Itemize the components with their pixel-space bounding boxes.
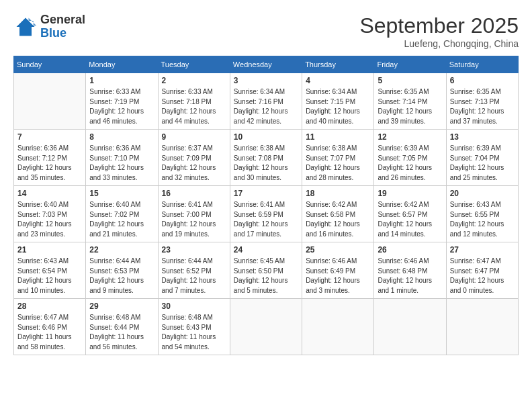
day-number: 13 xyxy=(450,132,515,142)
calendar-cell: 26Sunrise: 6:46 AM Sunset: 6:48 PM Dayli… xyxy=(374,242,446,299)
calendar-cell xyxy=(374,299,446,355)
day-number: 28 xyxy=(17,302,82,311)
calendar-cell: 28Sunrise: 6:47 AM Sunset: 6:46 PM Dayli… xyxy=(14,299,86,355)
weekday-header-saturday: Saturday xyxy=(446,56,518,73)
weekday-header-thursday: Thursday xyxy=(302,56,374,73)
day-number: 1 xyxy=(89,76,154,85)
day-info: Sunrise: 6:43 AM Sunset: 6:55 PM Dayligh… xyxy=(450,200,515,239)
day-info: Sunrise: 6:38 AM Sunset: 7:08 PM Dayligh… xyxy=(234,144,298,183)
weekday-header-tuesday: Tuesday xyxy=(158,56,230,73)
location: Luefeng, Chongqing, China xyxy=(359,38,519,49)
day-number: 16 xyxy=(162,189,226,198)
svg-marker-0 xyxy=(17,17,35,36)
calendar-header: SundayMondayTuesdayWednesdayThursdayFrid… xyxy=(14,56,519,73)
calendar-week-1: 1Sunrise: 6:33 AM Sunset: 7:19 PM Daylig… xyxy=(14,73,519,130)
day-number: 26 xyxy=(378,245,442,255)
day-info: Sunrise: 6:44 AM Sunset: 6:52 PM Dayligh… xyxy=(162,257,226,295)
day-number: 24 xyxy=(234,245,298,255)
day-number: 19 xyxy=(378,189,442,198)
day-number: 6 xyxy=(450,76,515,85)
calendar-table: SundayMondayTuesdayWednesdayThursdayFrid… xyxy=(13,56,519,355)
logo: General Blue xyxy=(13,13,85,40)
calendar-cell: 25Sunrise: 6:46 AM Sunset: 6:49 PM Dayli… xyxy=(302,242,374,299)
calendar-cell: 22Sunrise: 6:44 AM Sunset: 6:53 PM Dayli… xyxy=(86,242,158,299)
calendar-cell: 8Sunrise: 6:36 AM Sunset: 7:10 PM Daylig… xyxy=(86,130,158,186)
calendar-cell: 9Sunrise: 6:37 AM Sunset: 7:09 PM Daylig… xyxy=(158,130,230,186)
day-info: Sunrise: 6:48 AM Sunset: 6:44 PM Dayligh… xyxy=(89,313,154,352)
day-number: 2 xyxy=(162,76,226,85)
weekday-header-monday: Monday xyxy=(86,56,158,73)
weekday-header-friday: Friday xyxy=(374,56,446,73)
day-info: Sunrise: 6:36 AM Sunset: 7:10 PM Dayligh… xyxy=(89,144,154,183)
calendar-cell: 17Sunrise: 6:41 AM Sunset: 6:59 PM Dayli… xyxy=(230,186,302,242)
day-info: Sunrise: 6:40 AM Sunset: 7:03 PM Dayligh… xyxy=(17,200,82,239)
calendar-cell: 3Sunrise: 6:34 AM Sunset: 7:16 PM Daylig… xyxy=(230,73,302,130)
calendar-week-3: 14Sunrise: 6:40 AM Sunset: 7:03 PM Dayli… xyxy=(14,186,519,242)
day-info: Sunrise: 6:39 AM Sunset: 7:04 PM Dayligh… xyxy=(450,144,515,183)
logo-text: General Blue xyxy=(40,13,85,40)
day-number: 4 xyxy=(306,76,370,85)
weekday-header-wednesday: Wednesday xyxy=(230,56,302,73)
day-number: 11 xyxy=(306,132,370,142)
day-number: 8 xyxy=(89,132,154,142)
calendar-cell: 11Sunrise: 6:38 AM Sunset: 7:07 PM Dayli… xyxy=(302,130,374,186)
calendar-cell: 19Sunrise: 6:42 AM Sunset: 6:57 PM Dayli… xyxy=(374,186,446,242)
day-info: Sunrise: 6:46 AM Sunset: 6:49 PM Dayligh… xyxy=(306,257,370,295)
day-info: Sunrise: 6:47 AM Sunset: 6:46 PM Dayligh… xyxy=(17,313,82,352)
weekday-header-sunday: Sunday xyxy=(14,56,86,73)
calendar-cell: 21Sunrise: 6:43 AM Sunset: 6:54 PM Dayli… xyxy=(14,242,86,299)
day-info: Sunrise: 6:36 AM Sunset: 7:12 PM Dayligh… xyxy=(17,144,82,183)
calendar-week-5: 28Sunrise: 6:47 AM Sunset: 6:46 PM Dayli… xyxy=(14,299,519,355)
calendar-cell: 16Sunrise: 6:41 AM Sunset: 7:00 PM Dayli… xyxy=(158,186,230,242)
calendar-cell: 18Sunrise: 6:42 AM Sunset: 6:58 PM Dayli… xyxy=(302,186,374,242)
day-info: Sunrise: 6:41 AM Sunset: 6:59 PM Dayligh… xyxy=(234,200,298,239)
title-block: September 2025 Luefeng, Chongqing, China xyxy=(359,13,519,49)
calendar-cell: 2Sunrise: 6:33 AM Sunset: 7:18 PM Daylig… xyxy=(158,73,230,130)
calendar-cell: 4Sunrise: 6:34 AM Sunset: 7:15 PM Daylig… xyxy=(302,73,374,130)
calendar-cell xyxy=(446,299,518,355)
calendar-cell: 12Sunrise: 6:39 AM Sunset: 7:05 PM Dayli… xyxy=(374,130,446,186)
calendar-cell: 15Sunrise: 6:40 AM Sunset: 7:02 PM Dayli… xyxy=(86,186,158,242)
day-number: 9 xyxy=(162,132,226,142)
day-info: Sunrise: 6:45 AM Sunset: 6:50 PM Dayligh… xyxy=(234,257,298,295)
day-number: 30 xyxy=(162,302,226,311)
logo-icon xyxy=(13,15,38,39)
day-info: Sunrise: 6:37 AM Sunset: 7:09 PM Dayligh… xyxy=(162,144,226,183)
calendar-week-2: 7Sunrise: 6:36 AM Sunset: 7:12 PM Daylig… xyxy=(14,130,519,186)
day-number: 25 xyxy=(306,245,370,255)
day-info: Sunrise: 6:35 AM Sunset: 7:14 PM Dayligh… xyxy=(378,87,442,126)
day-info: Sunrise: 6:35 AM Sunset: 7:13 PM Dayligh… xyxy=(450,87,515,126)
calendar-cell: 7Sunrise: 6:36 AM Sunset: 7:12 PM Daylig… xyxy=(14,130,86,186)
calendar-cell: 6Sunrise: 6:35 AM Sunset: 7:13 PM Daylig… xyxy=(446,73,518,130)
day-number: 22 xyxy=(89,245,154,255)
day-number: 27 xyxy=(450,245,515,255)
day-number: 29 xyxy=(89,302,154,311)
month-title: September 2025 xyxy=(359,13,519,38)
calendar-cell: 1Sunrise: 6:33 AM Sunset: 7:19 PM Daylig… xyxy=(86,73,158,130)
calendar-body: 1Sunrise: 6:33 AM Sunset: 7:19 PM Daylig… xyxy=(14,73,519,355)
day-number: 10 xyxy=(234,132,298,142)
calendar-cell: 23Sunrise: 6:44 AM Sunset: 6:52 PM Dayli… xyxy=(158,242,230,299)
day-number: 18 xyxy=(306,189,370,198)
day-number: 20 xyxy=(450,189,515,198)
calendar-cell xyxy=(230,299,302,355)
day-number: 7 xyxy=(17,132,82,142)
day-info: Sunrise: 6:43 AM Sunset: 6:54 PM Dayligh… xyxy=(17,257,82,295)
day-info: Sunrise: 6:47 AM Sunset: 6:47 PM Dayligh… xyxy=(450,257,515,295)
day-info: Sunrise: 6:33 AM Sunset: 7:18 PM Dayligh… xyxy=(162,87,226,126)
day-info: Sunrise: 6:40 AM Sunset: 7:02 PM Dayligh… xyxy=(89,200,154,239)
calendar-cell xyxy=(302,299,374,355)
day-info: Sunrise: 6:33 AM Sunset: 7:19 PM Dayligh… xyxy=(89,87,154,126)
day-info: Sunrise: 6:42 AM Sunset: 6:58 PM Dayligh… xyxy=(306,200,370,239)
weekday-header-row: SundayMondayTuesdayWednesdayThursdayFrid… xyxy=(14,56,519,73)
calendar-cell: 24Sunrise: 6:45 AM Sunset: 6:50 PM Dayli… xyxy=(230,242,302,299)
calendar-cell: 10Sunrise: 6:38 AM Sunset: 7:08 PM Dayli… xyxy=(230,130,302,186)
day-info: Sunrise: 6:42 AM Sunset: 6:57 PM Dayligh… xyxy=(378,200,442,239)
day-number: 3 xyxy=(234,76,298,85)
day-number: 17 xyxy=(234,189,298,198)
day-number: 14 xyxy=(17,189,82,198)
calendar-cell: 14Sunrise: 6:40 AM Sunset: 7:03 PM Dayli… xyxy=(14,186,86,242)
page-header: General Blue September 2025 Luefeng, Cho… xyxy=(13,13,519,49)
calendar-cell: 30Sunrise: 6:48 AM Sunset: 6:43 PM Dayli… xyxy=(158,299,230,355)
calendar-cell: 20Sunrise: 6:43 AM Sunset: 6:55 PM Dayli… xyxy=(446,186,518,242)
